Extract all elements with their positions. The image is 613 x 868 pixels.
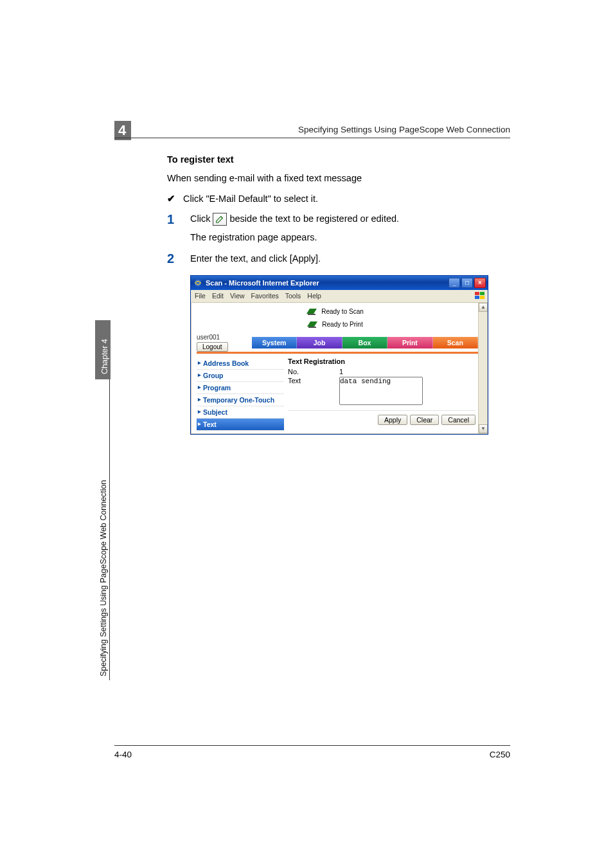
menu-favorites[interactable]: Favorites: [251, 292, 279, 300]
scroll-down-icon[interactable]: ▼: [479, 424, 488, 433]
main-panel: Text Registration No. 1 Text Apply Cl: [288, 357, 478, 431]
window-title: Scan - Microsoft Internet Explorer: [206, 279, 319, 287]
step-2-text: Enter the text, and click [Apply].: [190, 253, 508, 264]
footer-model: C250: [490, 750, 510, 759]
sidebar-item-text[interactable]: Text: [197, 419, 284, 431]
panel-separator: [288, 410, 475, 411]
tab-underline: [197, 352, 478, 354]
footer-page-number: 4-40: [114, 750, 132, 759]
section-title: To register text: [167, 154, 508, 165]
tab-job[interactable]: Job: [297, 337, 342, 348]
svg-rect-2: [480, 292, 484, 295]
sidebar-item-address-book[interactable]: Address Book: [197, 357, 284, 370]
panel-title: Text Registration: [288, 357, 478, 365]
svg-rect-8: [308, 327, 316, 328]
no-label: No.: [288, 368, 339, 375]
printer-status-icon: [306, 320, 318, 329]
menu-view[interactable]: View: [230, 292, 245, 300]
scanner-status-icon: [306, 307, 317, 316]
step-1-sub: The registration page appears.: [190, 232, 508, 242]
svg-marker-5: [306, 309, 317, 314]
svg-rect-4: [480, 296, 484, 299]
vertical-scrollbar[interactable]: ▲ ▼: [478, 303, 487, 433]
tab-scan[interactable]: Scan: [433, 337, 478, 348]
sidebar-item-subject[interactable]: Subject: [197, 406, 284, 419]
text-label: Text: [288, 377, 339, 406]
menu-edit[interactable]: Edit: [212, 292, 224, 300]
menu-tools[interactable]: Tools: [285, 292, 301, 300]
maximize-button[interactable]: □: [461, 278, 473, 288]
text-input[interactable]: [339, 377, 423, 405]
logout-button[interactable]: Logout: [197, 342, 228, 352]
side-caption-long-text: Specifying Settings Using PageScope Web …: [99, 480, 108, 676]
apply-button[interactable]: Apply: [378, 415, 407, 425]
step-2: 2 Enter the text, and click [Apply].: [167, 251, 508, 266]
checklist-text: Click "E-Mail Default" to select it.: [183, 194, 318, 204]
sidebar-item-temporary-one-touch[interactable]: Temporary One-Touch: [197, 394, 284, 406]
svg-marker-7: [307, 321, 317, 327]
menu-help[interactable]: Help: [307, 292, 321, 300]
menubar: File Edit View Favorites Tools Help: [191, 290, 488, 303]
edit-icon: [213, 213, 227, 226]
section-intro: When sending e-mail with a fixed text me…: [167, 172, 508, 185]
close-button[interactable]: ×: [474, 278, 486, 288]
device-status: Ready to Scan Ready to Print: [191, 303, 478, 334]
running-header: Specifying Settings Using PageScope Web …: [298, 125, 510, 134]
status-print: Ready to Print: [322, 321, 362, 328]
svg-rect-1: [475, 292, 479, 295]
footer-rule: [114, 745, 510, 746]
side-caption-chip-text: Chapter 4: [100, 339, 109, 374]
sidebar-item-program[interactable]: Program: [197, 382, 284, 394]
step-1: 1 Click beside the text to be registered…: [167, 212, 508, 227]
window-titlebar: Scan - Microsoft Internet Explorer _ □ ×: [191, 276, 488, 290]
svg-rect-3: [475, 296, 479, 299]
header-rule: [114, 138, 510, 138]
checklist-row: ✔ Click "E-Mail Default" to select it.: [167, 193, 508, 204]
cancel-button[interactable]: Cancel: [441, 415, 475, 425]
minimize-button[interactable]: _: [449, 278, 460, 288]
sidebar-item-group[interactable]: Group: [197, 370, 284, 382]
step-1-number: 1: [167, 212, 177, 227]
tab-box[interactable]: Box: [342, 337, 387, 348]
no-value: 1: [339, 368, 478, 375]
ie-icon: [193, 278, 202, 287]
clear-button[interactable]: Clear: [410, 415, 439, 425]
step-1-text-before: Click: [190, 213, 213, 224]
embedded-screenshot: Scan - Microsoft Internet Explorer _ □ ×…: [190, 275, 488, 435]
sidebar: Address Book Group Program Temporary One…: [197, 357, 284, 431]
svg-rect-6: [308, 314, 315, 315]
step-1-text-after: beside the text to be registered or edit…: [229, 213, 399, 224]
side-caption: Chapter 4 Specifying Settings Using Page…: [97, 320, 110, 680]
scroll-up-icon[interactable]: ▲: [479, 303, 488, 312]
step-2-number: 2: [167, 251, 177, 266]
windows-flag-icon: [474, 291, 486, 300]
tabstrip: System Job Box Print Scan: [252, 337, 478, 348]
status-scan: Ready to Scan: [321, 308, 364, 315]
user-label: user001: [197, 334, 220, 341]
check-icon: ✔: [167, 193, 175, 204]
menu-file[interactable]: File: [195, 292, 206, 300]
tab-system[interactable]: System: [252, 337, 297, 348]
tab-print[interactable]: Print: [387, 337, 432, 348]
